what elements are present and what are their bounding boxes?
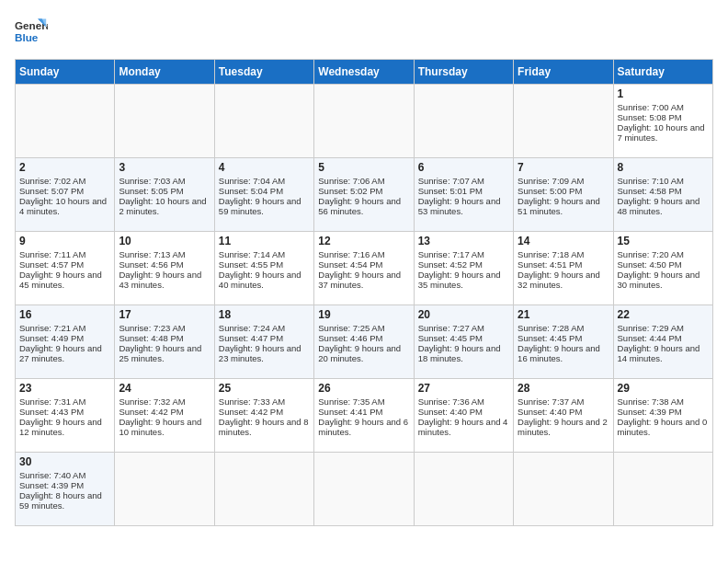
calendar-cell bbox=[214, 85, 313, 158]
day-info-line: Daylight: 9 hours and 20 minutes. bbox=[318, 343, 409, 363]
day-info-line: Sunrise: 7:03 AM bbox=[119, 176, 210, 186]
day-info-line: Sunrise: 7:10 AM bbox=[618, 176, 709, 186]
day-number: 1 bbox=[618, 87, 709, 100]
day-info-line: Sunset: 4:40 PM bbox=[418, 407, 509, 417]
calendar-cell: 11Sunrise: 7:14 AMSunset: 4:55 PMDayligh… bbox=[214, 232, 313, 305]
calendar-week-2: 2Sunrise: 7:02 AMSunset: 5:07 PMDaylight… bbox=[16, 158, 713, 232]
day-number: 6 bbox=[418, 161, 509, 174]
day-info-line: Daylight: 9 hours and 4 minutes. bbox=[418, 417, 509, 437]
weekday-header-thursday: Thursday bbox=[414, 60, 513, 85]
calendar-cell: 24Sunrise: 7:32 AMSunset: 4:42 PMDayligh… bbox=[115, 379, 214, 453]
day-info-line: Sunset: 4:49 PM bbox=[19, 333, 110, 343]
day-info-line: Sunset: 4:58 PM bbox=[618, 186, 709, 196]
day-number: 26 bbox=[318, 382, 409, 395]
day-info-line: Daylight: 9 hours and 16 minutes. bbox=[518, 343, 609, 363]
weekday-header-row: SundayMondayTuesdayWednesdayThursdayFrid… bbox=[16, 60, 713, 85]
day-number: 27 bbox=[418, 382, 509, 395]
day-info-line: Sunset: 4:56 PM bbox=[119, 259, 210, 270]
calendar-cell bbox=[115, 453, 214, 526]
calendar-cell: 12Sunrise: 7:16 AMSunset: 4:54 PMDayligh… bbox=[314, 232, 414, 305]
day-info-line: Sunrise: 7:13 AM bbox=[119, 249, 210, 259]
calendar-cell: 8Sunrise: 7:10 AMSunset: 4:58 PMDaylight… bbox=[613, 158, 712, 232]
calendar-cell: 7Sunrise: 7:09 AMSunset: 5:00 PMDaylight… bbox=[514, 158, 613, 232]
day-info-line: Sunrise: 7:04 AM bbox=[219, 176, 310, 186]
day-number: 13 bbox=[418, 235, 509, 247]
day-info-line: Sunrise: 7:38 AM bbox=[618, 396, 709, 407]
calendar-cell: 9Sunrise: 7:11 AMSunset: 4:57 PMDaylight… bbox=[16, 232, 115, 305]
day-info-line: Daylight: 9 hours and 32 minutes. bbox=[518, 270, 609, 290]
day-info-line: Daylight: 9 hours and 59 minutes. bbox=[219, 196, 310, 216]
header: General Blue bbox=[15, 15, 713, 48]
day-info-line: Sunset: 4:41 PM bbox=[318, 407, 409, 417]
calendar-cell: 27Sunrise: 7:36 AMSunset: 4:40 PMDayligh… bbox=[414, 379, 513, 453]
day-number: 2 bbox=[19, 161, 110, 174]
calendar-week-4: 16Sunrise: 7:21 AMSunset: 4:49 PMDayligh… bbox=[16, 305, 713, 379]
calendar-cell bbox=[16, 85, 115, 158]
day-info-line: Sunset: 4:45 PM bbox=[518, 333, 609, 343]
calendar-cell: 29Sunrise: 7:38 AMSunset: 4:39 PMDayligh… bbox=[613, 379, 712, 453]
day-number: 30 bbox=[19, 455, 110, 468]
day-info-line: Daylight: 9 hours and 10 minutes. bbox=[119, 417, 210, 437]
calendar-cell bbox=[414, 453, 513, 526]
calendar-cell: 19Sunrise: 7:25 AMSunset: 4:46 PMDayligh… bbox=[314, 305, 414, 379]
day-info-line: Sunrise: 7:14 AM bbox=[219, 249, 310, 259]
day-info-line: Sunset: 5:01 PM bbox=[418, 186, 509, 196]
day-number: 23 bbox=[19, 382, 110, 395]
calendar-week-5: 23Sunrise: 7:31 AMSunset: 4:43 PMDayligh… bbox=[16, 379, 713, 453]
day-info-line: Daylight: 9 hours and 40 minutes. bbox=[219, 270, 310, 290]
calendar-cell bbox=[314, 85, 414, 158]
day-info-line: Daylight: 9 hours and 23 minutes. bbox=[219, 343, 310, 363]
day-info-line: Sunset: 4:42 PM bbox=[119, 407, 210, 417]
calendar-week-3: 9Sunrise: 7:11 AMSunset: 4:57 PMDaylight… bbox=[16, 232, 713, 305]
day-number: 10 bbox=[119, 235, 210, 247]
weekday-header-monday: Monday bbox=[115, 60, 214, 85]
day-number: 14 bbox=[518, 235, 609, 247]
weekday-header-saturday: Saturday bbox=[613, 60, 712, 85]
calendar-cell: 15Sunrise: 7:20 AMSunset: 4:50 PMDayligh… bbox=[613, 232, 712, 305]
day-info-line: Sunset: 4:50 PM bbox=[618, 259, 709, 270]
day-number: 4 bbox=[219, 161, 310, 174]
calendar-week-6: 30Sunrise: 7:40 AMSunset: 4:39 PMDayligh… bbox=[16, 453, 713, 526]
day-number: 18 bbox=[219, 308, 310, 321]
day-info-line: Sunset: 4:55 PM bbox=[219, 259, 310, 270]
day-info-line: Sunrise: 7:16 AM bbox=[318, 249, 409, 259]
calendar-cell: 22Sunrise: 7:29 AMSunset: 4:44 PMDayligh… bbox=[613, 305, 712, 379]
day-number: 25 bbox=[219, 382, 310, 395]
day-info-line: Sunset: 4:42 PM bbox=[219, 407, 310, 417]
calendar-cell: 3Sunrise: 7:03 AMSunset: 5:05 PMDaylight… bbox=[115, 158, 214, 232]
day-info-line: Sunrise: 7:24 AM bbox=[219, 323, 310, 333]
day-info-line: Daylight: 10 hours and 7 minutes. bbox=[618, 122, 709, 143]
day-info-line: Sunset: 4:47 PM bbox=[219, 333, 310, 343]
calendar-cell bbox=[214, 453, 313, 526]
day-info-line: Sunset: 4:54 PM bbox=[318, 259, 409, 270]
day-info-line: Sunset: 5:04 PM bbox=[219, 186, 310, 196]
calendar-cell: 30Sunrise: 7:40 AMSunset: 4:39 PMDayligh… bbox=[16, 453, 115, 526]
day-info-line: Sunrise: 7:21 AM bbox=[19, 323, 110, 333]
day-info-line: Daylight: 10 hours and 2 minutes. bbox=[119, 196, 210, 216]
day-info-line: Sunrise: 7:18 AM bbox=[518, 249, 609, 259]
calendar-cell bbox=[514, 453, 613, 526]
weekday-header-tuesday: Tuesday bbox=[214, 60, 313, 85]
day-info-line: Sunset: 5:05 PM bbox=[119, 186, 210, 196]
weekday-header-sunday: Sunday bbox=[16, 60, 115, 85]
day-info-line: Daylight: 9 hours and 6 minutes. bbox=[318, 417, 409, 437]
day-info-line: Daylight: 9 hours and 51 minutes. bbox=[518, 196, 609, 216]
calendar-cell: 5Sunrise: 7:06 AMSunset: 5:02 PMDaylight… bbox=[314, 158, 414, 232]
day-info-line: Sunset: 4:57 PM bbox=[19, 259, 110, 270]
day-info-line: Sunrise: 7:31 AM bbox=[19, 396, 110, 407]
calendar-week-1: 1Sunrise: 7:00 AMSunset: 5:08 PMDaylight… bbox=[16, 85, 713, 158]
day-info-line: Daylight: 9 hours and 27 minutes. bbox=[19, 343, 110, 363]
day-info-line: Daylight: 9 hours and 12 minutes. bbox=[19, 417, 110, 437]
day-info-line: Sunrise: 7:40 AM bbox=[19, 470, 110, 480]
day-info-line: Sunrise: 7:02 AM bbox=[19, 176, 110, 186]
day-number: 29 bbox=[618, 382, 709, 395]
calendar-cell: 14Sunrise: 7:18 AMSunset: 4:51 PMDayligh… bbox=[514, 232, 613, 305]
day-info-line: Daylight: 8 hours and 59 minutes. bbox=[19, 490, 110, 511]
day-info-line: Sunrise: 7:27 AM bbox=[418, 323, 509, 333]
day-info-line: Sunset: 4:44 PM bbox=[618, 333, 709, 343]
day-number: 5 bbox=[318, 161, 409, 174]
day-info-line: Sunrise: 7:00 AM bbox=[618, 102, 709, 112]
day-number: 3 bbox=[119, 161, 210, 174]
calendar-cell bbox=[514, 85, 613, 158]
day-number: 7 bbox=[518, 161, 609, 174]
